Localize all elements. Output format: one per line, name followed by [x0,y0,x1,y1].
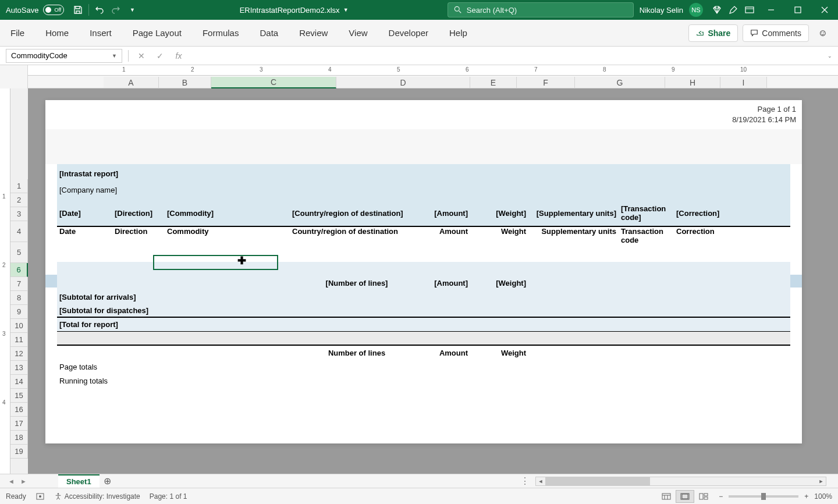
scroll-left-icon[interactable]: ◄ [536,477,545,485]
row-header-5[interactable]: 5 [10,242,28,263]
normal-view-icon[interactable] [657,490,676,503]
filename-text[interactable]: ERIntrastatReportDemo2.xlsx [240,6,340,15]
macro-record-icon[interactable] [35,492,45,501]
redo-icon[interactable] [108,2,124,18]
col-header-h[interactable]: H [665,77,720,88]
pen-icon[interactable] [725,2,741,18]
page-totals-row[interactable]: Page totals [57,360,790,374]
tab-help[interactable]: Help [439,20,478,46]
col-header-f[interactable]: F [517,77,575,88]
close-button[interactable] [811,0,838,20]
formula-expand-icon[interactable]: ⌄ [828,53,832,59]
tab-review[interactable]: Review [289,20,338,46]
add-sheet-button[interactable]: ⊕ [100,473,116,489]
row-header-10[interactable]: 10 [10,319,28,333]
row-header-7[interactable]: 7 [10,277,28,291]
col-header-b[interactable]: B [159,77,211,88]
next-sheet-icon[interactable]: ► [20,478,27,485]
row-header-17[interactable]: 17 [10,417,28,431]
maximize-button[interactable] [784,0,811,20]
total-row[interactable]: [Total for report] [57,318,790,332]
row-header-6[interactable]: 6 [10,263,28,277]
zoom-in-button[interactable]: + [804,492,808,501]
subtotal-arrivals-row[interactable]: [Subtotal for arrivals] [57,290,790,304]
fx-icon[interactable]: fx [172,49,186,63]
zoom-out-button[interactable]: − [719,492,723,501]
row-header-4[interactable]: 4 [10,221,28,242]
search-box[interactable]: Search (Alt+Q) [448,2,634,17]
diamond-icon[interactable] [709,2,725,18]
row-header-13[interactable]: 13 [10,361,28,375]
comments-button[interactable]: Comments [743,24,809,42]
feedback-icon[interactable]: ☺ [814,24,832,42]
subtotal-dispatches-row[interactable]: [Subtotal for dispatches] [57,304,790,318]
name-box[interactable]: CommodityCode ▼ [6,49,122,63]
tab-data[interactable]: Data [249,20,289,46]
footer-headers-row[interactable]: Number of lines Amount Weight [57,346,790,360]
tab-nav[interactable]: ◄ ► [0,478,35,485]
col-header-g[interactable]: G [575,77,665,88]
file-tab[interactable]: File [0,20,35,46]
row-header-19[interactable]: 19 [10,445,28,459]
split-handle-icon[interactable]: ⋮ [520,475,530,487]
sheet-tab-active[interactable]: Sheet1 [58,474,100,488]
col-header-d[interactable]: D [336,77,470,88]
page-layout-view-icon[interactable] [676,490,694,503]
tab-insert[interactable]: Insert [79,20,122,46]
row-header-9[interactable]: 9 [10,305,28,319]
row-header-11[interactable]: 11 [10,333,28,347]
summary-headers-row[interactable]: [Number of lines] [Amount] [Weight] [57,276,790,290]
name-box-dropdown-icon[interactable]: ▼ [112,53,117,59]
tab-view[interactable]: View [338,20,378,46]
filename-dropdown-icon[interactable]: ▼ [343,7,349,13]
zoom-level[interactable]: 100% [814,492,832,501]
template-headers-row[interactable]: [Date] [Direction] [Commodity] [Country/… [57,206,790,220]
row-header-14[interactable]: 14 [10,375,28,389]
row-header-3[interactable]: 3 [10,207,28,221]
share-button[interactable]: Share [688,24,738,42]
horizontal-scrollbar[interactable]: ◄ ► [535,477,826,486]
running-totals-row[interactable]: Running totals [57,374,790,388]
ribbon-mode-icon[interactable] [741,2,758,18]
column-headers-row[interactable]: Date Direction Commodity Country/region … [57,227,790,248]
zoom-thumb[interactable] [761,493,766,500]
confirm-formula-icon[interactable]: ✓ [153,49,167,63]
row-header-1[interactable]: 1 [10,179,28,193]
scroll-right-icon[interactable]: ► [816,477,826,485]
row-header-2[interactable]: 2 [10,193,28,207]
qat-dropdown-icon[interactable]: ▼ [124,2,140,18]
cancel-formula-icon[interactable]: ✕ [134,49,148,63]
col-header-a[interactable]: A [104,77,159,88]
row-header-18[interactable]: 18 [10,431,28,445]
col-header-e[interactable]: E [470,77,517,88]
company-row[interactable]: [Company name] [57,183,790,197]
tab-developer[interactable]: Developer [378,20,439,46]
undo-icon[interactable] [91,2,108,18]
prev-sheet-icon[interactable]: ◄ [8,478,15,485]
user-section[interactable]: Nikolay Selin NS [634,3,709,17]
formula-input[interactable]: ⌄ [190,49,832,63]
row-header-8[interactable]: 8 [10,291,28,305]
report-title-row[interactable]: [Intrastat report] [57,164,790,183]
user-avatar[interactable]: NS [689,3,703,17]
row-header-16[interactable]: 16 [10,403,28,417]
sheet-view[interactable]: Page 1 of 1 8/19/2021 6:14 PM [Intrastat… [28,88,838,474]
row-header-15[interactable]: 15 [10,389,28,403]
tab-home[interactable]: Home [35,20,79,46]
scroll-thumb[interactable] [545,477,650,485]
row-header-12[interactable]: 12 [10,347,28,361]
save-icon[interactable] [70,2,86,18]
tab-formulas[interactable]: Formulas [192,20,250,46]
accessibility-status[interactable]: Accessibility: Investigate [54,492,140,501]
page-break-view-icon[interactable] [694,490,713,503]
col-header-c[interactable]: C [211,77,336,88]
select-all-corner[interactable] [0,65,28,88]
tab-page-layout[interactable]: Page Layout [122,20,192,46]
company-name: [Company name] [57,186,119,194]
col-header-i[interactable]: I [720,77,767,88]
zoom-slider[interactable] [729,495,798,498]
autosave-toggle[interactable]: AutoSave Off [0,5,70,15]
svg-rect-11 [704,497,708,499]
toggle-switch[interactable]: Off [43,5,64,15]
minimize-button[interactable] [758,0,784,20]
